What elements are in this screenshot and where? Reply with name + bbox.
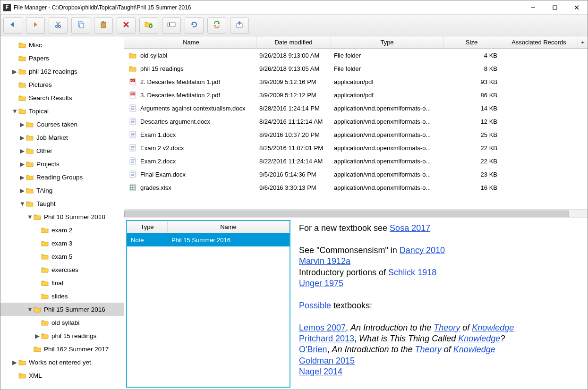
- preview-link[interactable]: O'Brien: [299, 345, 327, 354]
- column-header-size[interactable]: Size: [443, 36, 500, 48]
- records-column-type[interactable]: Type: [127, 221, 168, 233]
- record-row[interactable]: NotePhil 15 Summer 2016: [127, 233, 290, 246]
- tree-item[interactable]: ▶Courses taken: [0, 118, 124, 131]
- tree-item[interactable]: Search Results: [0, 91, 124, 104]
- tree-item[interactable]: ▼Taught: [0, 197, 124, 210]
- tree-twister-icon[interactable]: ▶: [34, 332, 40, 339]
- file-size: 93 KB: [443, 78, 500, 85]
- tree-item[interactable]: ▼Phil 15 Summer 2016: [0, 303, 124, 316]
- file-row[interactable]: Arguments against contextualism.docx8/28…: [124, 102, 588, 115]
- folder-icon: [26, 121, 34, 127]
- rename-button[interactable]: [162, 17, 181, 34]
- tree-twister-icon[interactable]: ▶: [12, 359, 17, 366]
- add-column-button[interactable]: +: [578, 36, 588, 48]
- tree-twister-icon[interactable]: ▶: [19, 174, 25, 181]
- tree-twister-icon[interactable]: ▼: [27, 213, 33, 220]
- tree-item[interactable]: exam 3: [0, 237, 124, 250]
- close-button[interactable]: [566, 0, 588, 15]
- file-row[interactable]: 2. Descartes Meditation 1.pdf3/9/2009 5:…: [124, 75, 588, 88]
- file-row[interactable]: Exam 1.docx8/9/2016 10:37:20 PMapplicati…: [124, 128, 588, 141]
- tree-twister-icon[interactable]: ▶: [19, 121, 25, 128]
- minimize-button[interactable]: [522, 0, 544, 15]
- tree-twister-icon[interactable]: ▼: [12, 108, 17, 115]
- preview-link[interactable]: Marvin 1912a: [299, 256, 350, 266]
- tree-item[interactable]: ▶Reading Groups: [0, 170, 124, 184]
- tree-item[interactable]: ▶phil 15 readings: [0, 329, 124, 342]
- column-header-assoc[interactable]: Associated Records: [500, 36, 578, 48]
- preview-link[interactable]: Possible: [299, 301, 331, 310]
- tree-item[interactable]: ▼Phil 10 Summer 2018: [0, 210, 124, 223]
- tree-item[interactable]: ▶Other: [0, 144, 124, 157]
- tree-twister-icon[interactable]: ▶: [19, 134, 25, 141]
- tree-item[interactable]: ▼Topical: [0, 104, 124, 118]
- preview-link[interactable]: Lemos 2007: [299, 323, 346, 332]
- tree-item[interactable]: Papers: [0, 51, 124, 65]
- tree-item-label: Reading Groups: [36, 174, 83, 181]
- preview-link[interactable]: Knowledge: [458, 334, 500, 343]
- tree-twister-icon[interactable]: ▶: [19, 161, 25, 168]
- new-folder-button[interactable]: [139, 17, 158, 34]
- refresh-button[interactable]: [185, 17, 204, 34]
- tree-twister-icon[interactable]: ▼: [27, 306, 33, 313]
- file-row[interactable]: 3. Descartes Meditation 2.pdf3/9/2009 5:…: [124, 88, 588, 102]
- preview-link[interactable]: Pritchard 2013: [299, 334, 354, 343]
- tree-item[interactable]: ▶phil 162 readings: [0, 65, 124, 78]
- records-body[interactable]: NotePhil 15 Summer 2016: [127, 233, 290, 387]
- column-header-date[interactable]: Date modified: [256, 36, 331, 48]
- tree-twister-icon[interactable]: ▶: [12, 68, 17, 75]
- preview-link[interactable]: Knowledge: [472, 323, 514, 332]
- preview-link[interactable]: Theory: [415, 345, 442, 354]
- preview-link[interactable]: Theory: [434, 323, 460, 332]
- titlebar: F File Manager - C:\Dropbox\phildb\Topic…: [0, 0, 588, 15]
- tree-twister-icon[interactable]: ▼: [19, 200, 25, 207]
- tree-item[interactable]: slides: [0, 289, 124, 303]
- preview-link[interactable]: Knowledge: [453, 345, 495, 354]
- copy-button[interactable]: [71, 17, 90, 34]
- column-header-type[interactable]: Type: [331, 36, 443, 48]
- horizontal-scrollbar[interactable]: [124, 209, 588, 218]
- preview-pane[interactable]: For a new textbook see Sosa 2017 See "Co…: [292, 218, 588, 390]
- folder-tree[interactable]: MiscPapers▶phil 162 readingsPicturesSear…: [0, 36, 124, 390]
- preview-link[interactable]: Sosa 2017: [390, 223, 430, 233]
- folder-icon: [41, 319, 49, 326]
- preview-link[interactable]: Unger 1975: [299, 279, 343, 288]
- file-row[interactable]: phil 15 readings9/26/2018 9:13:05 AMFile…: [124, 62, 588, 75]
- delete-button[interactable]: [117, 17, 136, 34]
- preview-link[interactable]: Schlick 1918: [388, 268, 436, 277]
- column-header-name[interactable]: Name: [124, 36, 256, 48]
- tree-item[interactable]: final: [0, 276, 124, 289]
- tree-item[interactable]: exam 5: [0, 250, 124, 263]
- tree-twister-icon[interactable]: ▶: [19, 147, 25, 154]
- tree-item[interactable]: exam 2: [0, 223, 124, 237]
- cut-button[interactable]: [49, 17, 68, 34]
- tree-item[interactable]: ▶TAing: [0, 184, 124, 197]
- export-button[interactable]: [230, 17, 249, 34]
- sync-button[interactable]: [207, 17, 226, 34]
- tree-item[interactable]: XML: [0, 369, 124, 382]
- preview-link[interactable]: Dancy 2010: [400, 246, 445, 255]
- file-row[interactable]: old syllabi9/26/2018 9:13:00 AMFile fold…: [124, 49, 588, 62]
- grid-body[interactable]: old syllabi9/26/2018 9:13:00 AMFile fold…: [124, 49, 588, 209]
- file-row[interactable]: Final Exam.docx9/5/2016 5:14:36 PMapplic…: [124, 168, 588, 181]
- preview-link[interactable]: Goldman 2015: [299, 356, 355, 365]
- file-row[interactable]: Exam 2 v2.docx8/25/2016 11:07:01 PMappli…: [124, 141, 588, 154]
- tree-item[interactable]: ▶Works not entered yet: [0, 356, 124, 369]
- tree-item[interactable]: exercises: [0, 263, 124, 276]
- maximize-button[interactable]: [544, 0, 566, 15]
- tree-item[interactable]: ▶Projects: [0, 157, 124, 170]
- file-row[interactable]: grades.xlsx9/6/2016 3:30:13 PMapplicatio…: [124, 181, 588, 194]
- back-button[interactable]: [3, 17, 22, 34]
- records-column-name[interactable]: Name: [168, 221, 290, 233]
- tree-item[interactable]: Misc: [0, 38, 124, 51]
- preview-link[interactable]: Nagel 2014: [299, 367, 342, 376]
- paste-button[interactable]: [94, 17, 113, 34]
- forward-button[interactable]: [26, 17, 45, 34]
- tree-item[interactable]: Pictures: [0, 78, 124, 91]
- tree-item[interactable]: ▶Job Market: [0, 131, 124, 144]
- tree-twister-icon[interactable]: ▶: [19, 187, 25, 194]
- file-row[interactable]: Exam 2.docx8/22/2016 11:24:14 AMapplicat…: [124, 154, 588, 168]
- file-size: 12 KB: [443, 118, 500, 125]
- tree-item[interactable]: Phil 162 Summer 2017: [0, 342, 124, 356]
- tree-item[interactable]: old syllabi: [0, 316, 124, 329]
- file-row[interactable]: Descartes argument.docx8/24/2016 11:12:1…: [124, 115, 588, 128]
